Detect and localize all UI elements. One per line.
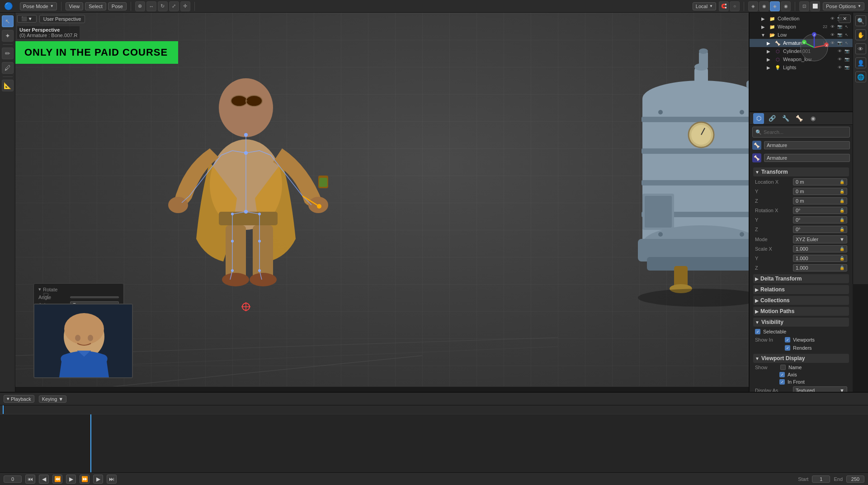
- measure-tool-btn[interactable]: 📐: [2, 80, 14, 91]
- viewports-checkbox[interactable]: ✓: [785, 337, 790, 342]
- vp-icon-4[interactable]: 👤: [855, 57, 866, 68]
- vp-icon-3[interactable]: 👁: [855, 43, 866, 54]
- prev-keyframe-btn[interactable]: ⏪: [52, 475, 62, 484]
- scale-z-value[interactable]: 1.000 🔒: [793, 264, 847, 271]
- scale-tool[interactable]: ⤢: [169, 1, 179, 11]
- show-name-checkbox[interactable]: [780, 365, 786, 370]
- viewport-shading-1[interactable]: ◈: [748, 1, 758, 11]
- armature-data-input[interactable]: Armature: [764, 154, 850, 162]
- weapon-sel[interactable]: ↖: [844, 24, 850, 30]
- lights-rnd[interactable]: 📷: [844, 64, 850, 71]
- viewport-close-btn[interactable]: ✕: [839, 14, 851, 23]
- cyl-vis[interactable]: 👁: [836, 48, 843, 54]
- snap-icon[interactable]: 🧲: [719, 1, 729, 11]
- mode-dropdown[interactable]: Pose Mode ▼: [20, 2, 57, 10]
- location-x-lock[interactable]: 🔒: [840, 180, 844, 184]
- next-keyframe-btn[interactable]: ⏩: [80, 475, 90, 484]
- rotate-tool[interactable]: ↻: [158, 1, 168, 11]
- show-axis-checkbox[interactable]: ✓: [779, 372, 785, 377]
- rotation-z-value[interactable]: 0° 🔒: [793, 226, 847, 233]
- props-search-bar[interactable]: 🔍 Search...: [752, 127, 850, 138]
- props-tab-data[interactable]: 🦴: [794, 113, 805, 124]
- navigation-gizmo[interactable]: X Y Z: [798, 32, 830, 65]
- select-tool-btn[interactable]: ↖: [2, 15, 14, 27]
- object-name-input[interactable]: Armature: [764, 141, 850, 149]
- scale-x-lock[interactable]: 🔒: [840, 247, 844, 251]
- viewport-shading-2[interactable]: ◉: [759, 1, 769, 11]
- location-y-value[interactable]: 0 m 🔒: [793, 188, 847, 195]
- next-frame-btn[interactable]: ▶: [93, 475, 103, 484]
- cursor-tool[interactable]: ⊕: [135, 1, 145, 11]
- outliner-item-weapon[interactable]: ▶ 📁 Weapon 22 👁 📷 ↖: [750, 23, 853, 31]
- arm-rnd[interactable]: 📷: [836, 40, 843, 46]
- arm-sel[interactable]: ↖: [844, 40, 850, 46]
- weapon-rnd[interactable]: 📷: [836, 24, 843, 30]
- rotate-angle-value[interactable]: [70, 296, 119, 298]
- keying-menu[interactable]: Keying ▼: [39, 395, 67, 403]
- rotation-y-value[interactable]: 0° 🔒: [793, 216, 847, 223]
- low-sel[interactable]: ↖: [844, 32, 850, 38]
- scale-y-value[interactable]: 1.000 🔒: [793, 255, 847, 262]
- weapon-vis[interactable]: 👁: [829, 24, 835, 30]
- menu-view[interactable]: View: [66, 2, 84, 10]
- pose-options-dropdown[interactable]: Pose Options ▼: [823, 2, 864, 10]
- proportional-icon[interactable]: ○: [730, 1, 740, 11]
- blender-icon[interactable]: 🔵: [3, 0, 14, 12]
- prev-frame-btn[interactable]: ◀: [39, 475, 49, 484]
- location-z-value[interactable]: 0 m 🔒: [793, 197, 847, 204]
- transform-tool[interactable]: ✛: [180, 1, 190, 11]
- low-rnd[interactable]: 📷: [836, 32, 843, 38]
- jump-start-btn[interactable]: ⏮: [25, 475, 35, 484]
- tweak-tool-btn[interactable]: ✦: [2, 30, 14, 42]
- location-x-value[interactable]: 0 m 🔒: [793, 178, 847, 185]
- vp-icon-1[interactable]: 🔍: [855, 15, 866, 26]
- delta-transform-header[interactable]: ▶ Delta Transform: [753, 274, 849, 283]
- selectable-checkbox[interactable]: ✓: [755, 329, 760, 334]
- timeline-track-area[interactable]: [90, 414, 868, 472]
- renders-checkbox[interactable]: ✓: [785, 345, 790, 351]
- menu-select[interactable]: Select: [85, 2, 106, 10]
- scale-x-value[interactable]: 1.000 🔒: [793, 245, 847, 252]
- viewport-perspective-btn[interactable]: User Perspective: [39, 15, 85, 23]
- viewport-shading-3[interactable]: ◈: [770, 1, 780, 11]
- vp-icon-2[interactable]: ✋: [855, 29, 866, 40]
- location-z-lock[interactable]: 🔒: [840, 199, 844, 203]
- overlay-icon[interactable]: ⊡: [799, 1, 809, 11]
- lights-vis[interactable]: 👁: [836, 64, 843, 71]
- transform-section-header[interactable]: ▼ Transform: [753, 167, 849, 176]
- visibility-header[interactable]: ▼ Visibility: [753, 318, 849, 327]
- in-front-checkbox[interactable]: ✓: [779, 379, 785, 385]
- cyl-rnd[interactable]: 📷: [844, 48, 850, 54]
- current-frame-display[interactable]: 0: [4, 475, 22, 483]
- play-btn[interactable]: ▶: [66, 475, 76, 484]
- props-tab-constraints[interactable]: 🔗: [767, 113, 778, 124]
- wlow-rnd[interactable]: 📷: [844, 56, 850, 62]
- motion-paths-header[interactable]: ▶ Motion Paths: [753, 307, 849, 316]
- rotation-x-value[interactable]: 0° 🔒: [793, 207, 847, 214]
- location-y-lock[interactable]: 🔒: [840, 189, 844, 194]
- scale-z-lock[interactable]: 🔒: [840, 266, 844, 270]
- main-viewport[interactable]: ⬛ ▼ User Perspective ✕ User Perspective …: [15, 13, 853, 392]
- rotation-z-lock[interactable]: 🔒: [840, 227, 844, 232]
- scale-y-lock[interactable]: 🔒: [840, 256, 844, 261]
- draw-tool-btn[interactable]: ✏: [2, 48, 14, 59]
- props-tab-modifiers[interactable]: 🔧: [780, 113, 791, 124]
- low-vis[interactable]: 👁: [829, 32, 835, 38]
- wlow-vis[interactable]: 👁: [836, 56, 843, 62]
- xray-icon[interactable]: ⬜: [810, 1, 820, 11]
- transform-space-dropdown[interactable]: Local ▼: [693, 2, 716, 10]
- rotation-mode-value[interactable]: XYZ Euler ▼: [793, 235, 847, 243]
- viewport-mode-btn[interactable]: ⬛ ▼: [17, 15, 37, 23]
- move-tool[interactable]: ↔: [146, 1, 156, 11]
- end-frame[interactable]: 250: [846, 475, 864, 483]
- rotation-x-lock[interactable]: 🔒: [840, 208, 844, 213]
- vp-icon-5[interactable]: 🌐: [855, 71, 866, 82]
- viewport-shading-4[interactable]: ◉: [781, 1, 791, 11]
- rotation-y-lock[interactable]: 🔒: [840, 218, 844, 222]
- relations-header[interactable]: ▶ Relations: [753, 285, 849, 294]
- jump-end-btn[interactable]: ⏭: [107, 475, 117, 484]
- props-tab-material[interactable]: ◉: [807, 113, 818, 124]
- playback-menu[interactable]: ▾ Playback: [4, 395, 34, 403]
- viewport-display-header[interactable]: ▼ Viewport Display: [753, 354, 849, 363]
- collections-header[interactable]: ▶ Collections: [753, 296, 849, 305]
